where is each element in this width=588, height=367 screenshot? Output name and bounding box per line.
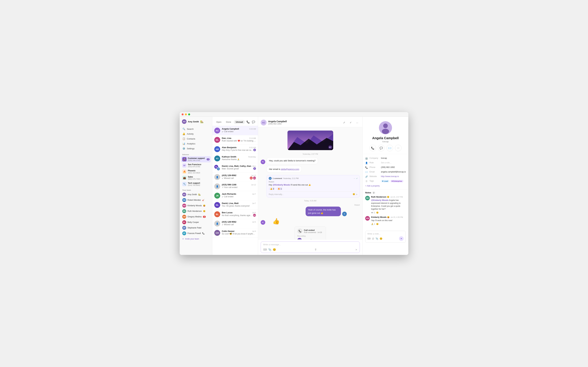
note-time-1: Jul 23, 3:57 PM: [390, 196, 403, 198]
inbox-tech-support[interactable]: 🔧 Tech support (514) 705-8002: [181, 181, 211, 187]
team-member-ruth-henderson[interactable]: RH Ruth Henderson 😊: [181, 209, 211, 214]
note-reaction-prayer[interactable]: 🙏 1: [371, 223, 375, 225]
tag-lead[interactable]: Lead: [381, 180, 389, 183]
team-member-robert-mendez[interactable]: RM Robert Mendez 🎸: [181, 197, 211, 203]
sidebar-user[interactable]: AS Amy Smith 🏡: [180, 118, 212, 126]
msg-row-incoming-1: AC Hey, could you add Stella to tomorrow…: [261, 157, 360, 164]
conv-tabs: Open Done Unread 📞 💬: [212, 118, 258, 126]
conv-item-kathryn-smith[interactable]: KS Kathryn Smith Yesterday Awesome thank…: [212, 154, 258, 163]
email-link[interactable]: stella@agency.com: [281, 168, 299, 170]
add-property-button[interactable]: + Add a property: [365, 184, 406, 187]
reaction-fire[interactable]: 🔥 1: [276, 187, 283, 190]
play-button[interactable]: ▶: [297, 238, 302, 239]
inbox-phoenix[interactable]: 🔥 Phoenix (602) 154-9820: [181, 168, 211, 175]
new-call-icon[interactable]: 📞: [246, 119, 251, 125]
chat-header-actions: ⤢ ✓ ···: [341, 120, 360, 125]
tab-open[interactable]: Open: [214, 120, 223, 124]
reaction-thumbs[interactable]: 👍 2: [269, 187, 275, 190]
audio-input-icon[interactable]: 🎙: [315, 248, 317, 251]
detail-website-value[interactable]: http://www.icecap.io: [381, 175, 406, 177]
inbox-sales[interactable]: 💼 Sales (800) 676-7463: [181, 175, 211, 181]
conv-item-david-lisa-matt[interactable]: DL David, Lisa, Matt Jul 7 You: Ok great…: [212, 200, 258, 210]
detail-role-value[interactable]: Set a role...: [381, 162, 406, 164]
note-emoji-icon[interactable]: 😊: [380, 237, 382, 240]
contact-avatar-large: [379, 121, 392, 134]
conv-item-colin-harper[interactable]: CH Colin Harper Jul 4 So cool! 😎 I'll le…: [212, 228, 258, 238]
conv-avatar-alan-benjamin: AB: [214, 146, 220, 152]
note-reaction-eyes[interactable]: 👀 1: [371, 211, 375, 214]
tag-dot-enterprise: [392, 181, 393, 182]
maximize-button[interactable]: [188, 113, 190, 115]
team-member-kimberly-woods[interactable]: KW Kimberly Woods 😝: [181, 203, 211, 209]
send-button[interactable]: ➤: [355, 248, 357, 251]
reply-emoji-icon[interactable]: 😊: [353, 193, 355, 196]
new-chat-icon[interactable]: 💬: [251, 119, 256, 125]
note-input-placeholder[interactable]: Write a note...: [367, 233, 404, 235]
email-action-button[interactable]: ✉️: [386, 145, 393, 151]
sidebar-item-settings[interactable]: ⚙️ Settings: [181, 146, 211, 151]
sidebar-item-search[interactable]: 🔍 Search: [181, 126, 211, 131]
note-reaction-smile-1[interactable]: 😊: [376, 211, 379, 214]
add-property-label: + Add a property: [365, 185, 380, 187]
format-icon[interactable]: ⌨: [263, 248, 267, 251]
gregory-badge: 1: [203, 216, 206, 218]
note-send-button[interactable]: ➤: [399, 236, 404, 241]
conv-item-phone-1[interactable]: 👤 (415) 128-9562 Jul 12 ↙ Missed call RH…: [212, 173, 258, 182]
inbox-info-phoenix: Phoenix (602) 154-9820: [188, 170, 210, 174]
conv-name-colin-harper: Colin Harper: [222, 230, 235, 232]
more-options-icon[interactable]: ···: [355, 120, 360, 125]
conv-item-david-group[interactable]: DL +2 David, Lisa, Matt, Cathy, Alan Mon…: [212, 163, 258, 173]
note-input-area[interactable]: Write a note... ⌨ @ 📎 😊 ➤: [365, 231, 406, 243]
team-member-betty-cooper[interactable]: BC Betty Cooper: [181, 219, 211, 225]
contacts-icon: 📋: [182, 137, 185, 140]
image-msg-container: AC: [288, 131, 333, 150]
team-member-gregory-medina[interactable]: GM Gregory Medina 1: [181, 214, 211, 219]
minimize-button[interactable]: [185, 113, 187, 115]
conv-item-angela-campbell[interactable]: AC Angela Campbell 9:26 AM ↙ Call ended: [212, 126, 258, 135]
conv-item-phone-3[interactable]: 👤 (415) 128-9562 Jul 5 ↙ Missed call: [212, 219, 258, 228]
call-action-button[interactable]: 📞: [369, 145, 376, 151]
reply-send-icon[interactable]: ➤: [356, 193, 358, 196]
mention-kimberly: @Kimberly Woods: [273, 184, 290, 186]
right-panel: Angela Campbell Icecap 📞 💬 ✉️ ··· 🏢 Comp…: [363, 112, 408, 255]
note-format-icon[interactable]: ⌨: [367, 237, 371, 240]
chat-header-info: Angela Campbell (269) 682-1892: [268, 120, 340, 125]
chat-action-button[interactable]: 💬: [378, 145, 384, 151]
team-avatar-frances-powell: FP: [182, 231, 186, 235]
attachment-icon[interactable]: 📎: [268, 248, 272, 251]
team-avatar-stephanie-patel: SP: [182, 226, 186, 230]
tags-container: Lead Enterprise: [381, 180, 403, 183]
note-attach-icon[interactable]: 📎: [375, 237, 378, 240]
tab-done[interactable]: Done: [224, 120, 233, 124]
tag-enterprise[interactable]: Enterprise: [390, 180, 403, 183]
tab-unread[interactable]: Unread: [234, 120, 245, 124]
team-member-amy-smith[interactable]: AS Amy Smith 🏡: [181, 192, 211, 197]
emoji-icon[interactable]: 😊: [273, 248, 276, 251]
check-icon[interactable]: ✓: [348, 120, 353, 125]
chat-input-box[interactable]: Write a message... ⌨ 📎 😊 🎙 ➤: [261, 242, 360, 253]
note-reaction-smile-2[interactable]: 😊: [376, 223, 379, 225]
inbox-customer-support[interactable]: 🚀 Customer support (628) 246-3765 2: [181, 156, 211, 162]
conv-item-ben-lucas[interactable]: BL Ben Lucas Jul 5 No that's everything,…: [212, 210, 258, 219]
chat-input-placeholder[interactable]: Write a message...: [263, 243, 357, 247]
more-action-button[interactable]: ···: [395, 145, 401, 151]
invite-team-button[interactable]: + Invite your team: [181, 236, 211, 241]
expand-icon[interactable]: ⤢: [341, 120, 347, 125]
close-button[interactable]: [182, 113, 184, 115]
conv-item-alan-benjamin[interactable]: AB Alan Benjamin 8:31 AM Hey Amy, if you…: [212, 145, 258, 154]
sidebar-item-analytics[interactable]: 📊 Analytics: [181, 141, 211, 146]
note-mention-1: @Kimberly Woods: [371, 199, 388, 201]
conv-item-jack-richards[interactable]: JR Jack Richards Jul 7 ↙ Call ended: [212, 191, 258, 200]
team-member-stephanie-patel[interactable]: SP Stephanie Patel: [181, 225, 211, 231]
activity-icon: 🔔: [182, 133, 185, 135]
thread-check-icon[interactable]: ✓: [356, 177, 358, 180]
detail-phone-value: (269) 682-1892: [381, 166, 406, 168]
thread-more-icon[interactable]: ···: [354, 177, 355, 179]
sidebar-item-contacts[interactable]: 📋 Contacts: [181, 136, 211, 141]
conv-item-phone-2[interactable]: 👤 (415) 598-1168 Jul 12 ↗ Your call ende…: [212, 182, 258, 191]
inbox-san-francisco[interactable]: SF San Francisco (415) 875-5783: [181, 162, 211, 168]
team-member-frances-powell[interactable]: FP Frances Powell 📞: [181, 231, 211, 236]
conv-item-dan-lisa[interactable]: DL Dan, Lisa 9:14 AM Ruth reacted with ❤…: [212, 135, 258, 145]
note-at-icon[interactable]: @: [372, 237, 374, 240]
sidebar-item-activity[interactable]: 🔔 Activity: [181, 131, 211, 136]
